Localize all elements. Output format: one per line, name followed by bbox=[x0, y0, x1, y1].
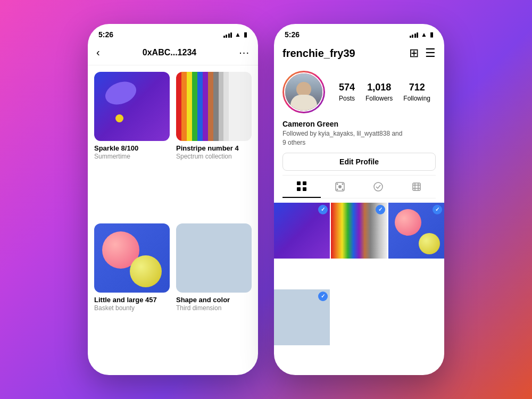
following-count: 712 bbox=[403, 82, 430, 93]
shape-artwork bbox=[176, 223, 252, 293]
back-button[interactable]: ‹ bbox=[96, 46, 100, 59]
post-thumbnail-3[interactable] bbox=[388, 203, 444, 259]
header-actions: ⊞ ☰ bbox=[409, 46, 436, 60]
svg-rect-11 bbox=[413, 183, 420, 190]
time-right: 5:26 bbox=[285, 30, 300, 39]
hamburger-menu-button[interactable]: ☰ bbox=[425, 46, 436, 60]
svg-rect-0 bbox=[297, 181, 301, 185]
nft-image-pinstripe bbox=[176, 72, 252, 141]
tab-tagged[interactable] bbox=[397, 176, 436, 198]
status-bar-left: 5:26 ▲ ▮ bbox=[88, 24, 258, 42]
nft-item-shape[interactable]: Shape and color Third dimension bbox=[176, 223, 252, 369]
profile-tabs bbox=[282, 175, 436, 198]
stat-followers[interactable]: 1,018 Followers bbox=[365, 82, 393, 103]
profile-display-name: Cameron Green bbox=[282, 120, 436, 128]
edit-profile-button[interactable]: Edit Profile bbox=[282, 153, 436, 171]
sparkle-artwork bbox=[94, 72, 170, 141]
followers-label: Followers bbox=[365, 95, 393, 102]
nft-grid: Sparkle 8/100 Summertime Pinstripe numbe… bbox=[88, 65, 258, 375]
posts-count: 574 bbox=[339, 82, 355, 93]
svg-rect-2 bbox=[297, 187, 301, 191]
nft-subtitle-sparkle: Summertime bbox=[94, 153, 170, 160]
battery-icon: ▮ bbox=[244, 31, 247, 38]
status-icons-left: ▲ ▮ bbox=[223, 31, 247, 38]
more-button[interactable]: ··· bbox=[239, 46, 250, 59]
avatar bbox=[284, 72, 323, 112]
nft-image-balloon bbox=[94, 223, 170, 293]
status-bar-right: 5:26 ▲ ▮ bbox=[274, 24, 444, 42]
svg-point-7 bbox=[342, 183, 344, 185]
balloon-artwork bbox=[94, 223, 170, 293]
following-label: Following bbox=[403, 95, 430, 102]
stats-row: 574 Posts 1,018 Followers 712 Following bbox=[334, 82, 436, 103]
wifi-icon: ▲ bbox=[235, 31, 241, 38]
nft-title-pinstripe: Pinstripe number 4 bbox=[176, 144, 252, 152]
svg-point-9 bbox=[342, 188, 344, 190]
nft-item-balloon[interactable]: Little and large 457 Basket bounty bbox=[94, 223, 170, 369]
post-image-2 bbox=[331, 203, 387, 259]
nft-item-pinstripe[interactable]: Pinstripe number 4 Spectrum collection bbox=[176, 72, 252, 217]
profile-header: frenchie_fry39 ⊞ ☰ bbox=[274, 42, 444, 66]
right-phone: 5:26 ▲ ▮ frenchie_fry39 ⊞ ☰ bbox=[274, 24, 444, 375]
left-phone: 5:26 ▲ ▮ ‹ 0xABC...1234 ··· Sparkle 8/10… bbox=[88, 24, 258, 375]
svg-point-10 bbox=[374, 182, 383, 191]
avatar-ring bbox=[282, 71, 325, 113]
profile-followed-by: Followed by kyia_kayaks, lil_wyatt838 an… bbox=[282, 129, 436, 147]
svg-point-5 bbox=[338, 185, 342, 188]
battery-icon-right: ▮ bbox=[430, 31, 434, 38]
nft-header: ‹ 0xABC...1234 ··· bbox=[88, 42, 258, 65]
nft-image-sparkle bbox=[94, 72, 170, 141]
followers-count: 1,018 bbox=[365, 82, 393, 93]
svg-rect-3 bbox=[303, 187, 306, 191]
tab-grid[interactable] bbox=[282, 176, 321, 198]
nft-image-shape bbox=[176, 223, 252, 293]
signal-icon bbox=[223, 31, 232, 38]
nft-title-sparkle: Sparkle 8/100 bbox=[94, 144, 170, 152]
avatar-body bbox=[290, 95, 317, 111]
posts-label: Posts bbox=[339, 95, 355, 102]
wifi-icon-right: ▲ bbox=[421, 31, 427, 38]
post-thumbnail-1[interactable] bbox=[274, 203, 330, 259]
profile-username: frenchie_fry39 bbox=[282, 47, 355, 60]
time-left: 5:26 bbox=[98, 30, 113, 39]
avatar-image bbox=[285, 73, 322, 111]
post-thumbnail-4[interactable] bbox=[274, 289, 330, 345]
svg-rect-1 bbox=[303, 181, 306, 185]
post-image-3 bbox=[388, 203, 444, 259]
wallet-address: 0xABC...1234 bbox=[143, 48, 196, 57]
nft-item-sparkle[interactable]: Sparkle 8/100 Summertime bbox=[94, 72, 170, 217]
profile-info-row: 574 Posts 1,018 Followers 712 Following bbox=[282, 71, 436, 113]
status-icons-right: ▲ ▮ bbox=[410, 31, 434, 38]
svg-point-8 bbox=[337, 188, 338, 190]
stat-following[interactable]: 712 Following bbox=[403, 82, 430, 103]
avatar-container bbox=[282, 71, 325, 113]
nft-subtitle-shape: Third dimension bbox=[176, 304, 252, 312]
tab-verified[interactable] bbox=[359, 176, 397, 198]
post-thumbnail-2[interactable] bbox=[331, 203, 387, 259]
add-content-button[interactable]: ⊞ bbox=[409, 46, 419, 60]
nft-title-balloon: Little and large 457 bbox=[94, 296, 170, 304]
stat-posts[interactable]: 574 Posts bbox=[339, 82, 355, 103]
signal-icon-right bbox=[410, 31, 419, 38]
svg-point-6 bbox=[337, 183, 338, 185]
pinstripe-artwork bbox=[176, 72, 252, 141]
posts-grid bbox=[274, 203, 444, 375]
post-image-1 bbox=[274, 203, 330, 259]
tab-reels[interactable] bbox=[321, 176, 359, 198]
nft-subtitle-pinstripe: Spectrum collection bbox=[176, 153, 252, 160]
nft-title-shape: Shape and color bbox=[176, 296, 252, 304]
profile-section: 574 Posts 1,018 Followers 712 Following … bbox=[274, 66, 444, 203]
nft-subtitle-balloon: Basket bounty bbox=[94, 304, 170, 312]
